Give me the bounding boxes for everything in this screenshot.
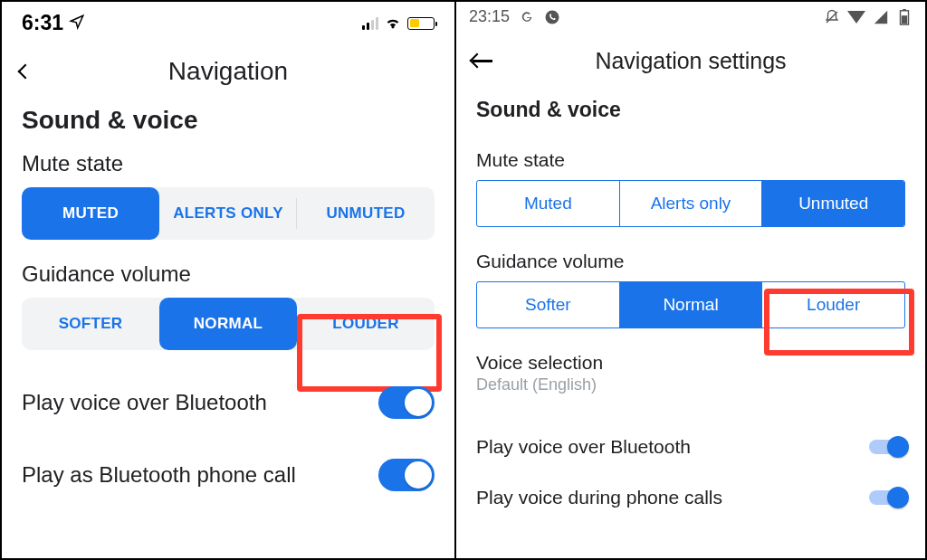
toggle-row-phonecall: Play as Bluetooth phone call — [2, 439, 454, 511]
svg-rect-4 — [902, 15, 907, 24]
battery-icon — [407, 17, 435, 30]
bluetooth-phonecall-toggle[interactable] — [378, 459, 435, 491]
phone-icon — [544, 9, 560, 25]
google-icon — [519, 9, 535, 25]
signal-icon — [847, 11, 865, 24]
back-button[interactable] — [473, 60, 502, 62]
voice-selection-value: Default (English) — [476, 375, 905, 394]
ios-header: Navigation — [2, 41, 454, 106]
guidance-volume-label: Guidance volume — [2, 256, 454, 298]
phone-calls-voice-toggle[interactable] — [869, 490, 905, 505]
back-button[interactable] — [20, 59, 36, 84]
android-status-bar: 23:15 — [456, 2, 925, 30]
toggle-row-phonecalls: Play voice during phone calls — [456, 472, 925, 523]
toggle-label: Play voice during phone calls — [476, 487, 722, 508]
voice-selection-row[interactable]: Voice selection Default (English) — [456, 352, 925, 422]
toggle-row-bluetooth: Play voice over Bluetooth — [456, 422, 925, 472]
voice-selection-title: Voice selection — [476, 352, 905, 374]
bluetooth-voice-toggle[interactable] — [378, 386, 435, 419]
ios-status-bar: 6:31 — [2, 2, 454, 41]
guidance-volume-segmented: SOFTER NORMAL LOUDER — [22, 298, 435, 350]
mute-state-label: Mute state — [456, 149, 925, 180]
svg-point-0 — [546, 10, 559, 24]
mute-state-segmented: Muted Alerts only Unmuted — [476, 180, 905, 227]
location-icon — [69, 11, 85, 35]
guidance-volume-segmented: Softer Normal Louder — [476, 281, 905, 328]
section-heading: Sound & voice — [456, 98, 925, 149]
mute-state-segmented: MUTED ALERTS ONLY UNMUTED — [22, 187, 435, 240]
segment-alerts-only[interactable]: ALERTS ONLY — [159, 187, 297, 240]
segment-normal[interactable]: NORMAL — [159, 298, 297, 350]
ios-time: 6:31 — [22, 11, 63, 35]
page-title: Navigation settings — [502, 48, 880, 74]
android-header: Navigation settings — [456, 30, 925, 98]
toggle-row-bluetooth: Play voice over Bluetooth — [2, 366, 454, 439]
android-time: 23:15 — [469, 7, 510, 26]
segment-unmuted[interactable]: Unmuted — [762, 181, 904, 226]
bluetooth-voice-toggle[interactable] — [869, 440, 905, 454]
dnd-icon — [824, 9, 840, 25]
segment-alerts-only[interactable]: Alerts only — [620, 181, 763, 226]
svg-rect-3 — [903, 9, 906, 11]
segment-unmuted[interactable]: UNMUTED — [297, 187, 435, 240]
segment-softer[interactable]: SOFTER — [22, 298, 159, 350]
wifi-icon — [384, 11, 402, 35]
arrow-left-icon — [473, 60, 492, 62]
cellular-icon — [362, 17, 378, 30]
segment-muted[interactable]: MUTED — [22, 187, 159, 240]
toggle-label: Play voice over Bluetooth — [22, 390, 267, 415]
cell-signal-icon — [873, 9, 889, 25]
segment-softer[interactable]: Softer — [477, 282, 620, 327]
guidance-volume-label: Guidance volume — [456, 251, 925, 281]
page-title: Navigation — [36, 57, 420, 86]
segment-louder[interactable]: LOUDER — [297, 298, 435, 350]
mute-state-label: Mute state — [2, 146, 454, 187]
battery-icon — [896, 9, 913, 25]
chevron-left-icon — [18, 64, 33, 80]
segment-muted[interactable]: Muted — [477, 181, 620, 226]
toggle-label: Play voice over Bluetooth — [476, 436, 691, 458]
toggle-label: Play as Bluetooth phone call — [22, 462, 296, 488]
segment-louder[interactable]: Louder — [762, 282, 904, 327]
section-heading: Sound & voice — [2, 106, 454, 146]
segment-normal[interactable]: Normal — [620, 282, 763, 327]
